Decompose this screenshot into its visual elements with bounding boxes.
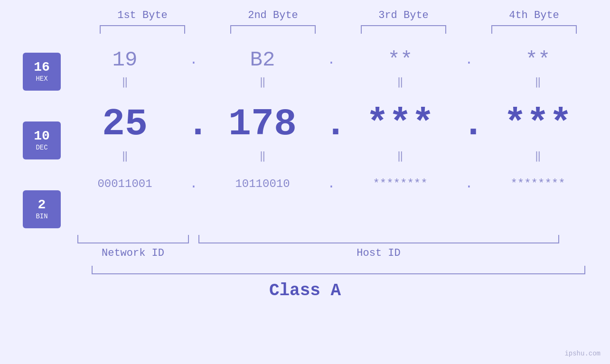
eq-4: ‖ — [490, 75, 585, 88]
byte-label-3: 3rd Byte — [356, 9, 451, 21]
hex-number: 16 — [34, 61, 50, 74]
top-brackets — [77, 25, 600, 34]
bottom-section: Network ID Host ID — [77, 235, 600, 259]
dec-number: 10 — [34, 130, 50, 143]
bin-cell-1: 00011001 — [77, 177, 172, 190]
equals-row-1: ‖ ‖ ‖ ‖ — [70, 75, 592, 88]
base-labels-column: 16 HEX 10 DEC 2 BIN — [23, 53, 61, 228]
bin-cell-3: ******** — [353, 177, 448, 190]
bin-cell-2: 10110010 — [215, 177, 310, 190]
bin-row: 00011001 . 10110010 . ******** . *******… — [70, 177, 592, 191]
byte-headers-row: 1st Byte 2nd Byte 3rd Byte 4th Byte — [77, 9, 600, 21]
dec-val-1: 25 — [102, 103, 148, 146]
eq-1: ‖ — [77, 75, 172, 88]
eq-6: ‖ — [215, 149, 310, 162]
hex-cell-4: ** — [490, 48, 585, 72]
dec-cell-2: 178 — [215, 103, 310, 146]
bin-number: 2 — [38, 198, 46, 212]
values-grid: 19 . B2 . ** . ** ‖ ‖ — [70, 38, 610, 191]
bin-badge: 2 BIN — [23, 190, 61, 228]
network-id-label: Network ID — [77, 247, 189, 259]
id-labels-row: Network ID Host ID — [77, 247, 600, 259]
hex-cell-2: B2 — [215, 48, 310, 72]
outer-bracket-row — [77, 266, 600, 274]
bin-val-3: ******** — [373, 177, 427, 190]
bin-dot-2: . — [324, 177, 338, 191]
bin-dot-3: . — [462, 177, 476, 191]
bracket-top-2 — [230, 25, 316, 34]
bracket-top-4 — [491, 25, 577, 34]
watermark: ipshu.com — [564, 350, 601, 357]
bin-label: BIN — [36, 213, 47, 220]
hex-val-4: ** — [526, 48, 551, 72]
bin-val-4: ******** — [510, 177, 565, 190]
dec-row: 25 . 178 . *** . *** — [70, 103, 592, 146]
dec-badge: 10 DEC — [23, 121, 61, 159]
byte-label-4: 4th Byte — [487, 9, 582, 21]
hex-cell-1: 19 — [77, 48, 172, 72]
bin-val-1: 00011001 — [97, 177, 152, 190]
hex-badge: 16 HEX — [23, 53, 61, 91]
eq-3: ‖ — [353, 75, 448, 88]
hex-val-3: ** — [388, 48, 413, 72]
main-area: 16 HEX 10 DEC 2 BIN 19 . B2 — [0, 38, 610, 228]
eq-7: ‖ — [353, 149, 448, 162]
outer-bracket — [92, 266, 585, 274]
class-label: Class A — [269, 281, 341, 300]
dec-label: DEC — [36, 144, 47, 151]
host-id-label: Host ID — [198, 247, 559, 259]
bottom-bracket-row — [77, 235, 600, 243]
bin-dot-1: . — [187, 177, 201, 191]
equals-row-2: ‖ ‖ ‖ ‖ — [70, 149, 592, 162]
dec-cell-3: *** — [353, 103, 448, 146]
hex-cell-3: ** — [353, 48, 448, 72]
network-bracket — [77, 235, 189, 243]
dec-cell-1: 25 — [77, 103, 172, 146]
dec-dot-2: . — [324, 103, 338, 146]
byte-label-2: 2nd Byte — [225, 9, 320, 21]
eq-5: ‖ — [77, 149, 172, 162]
dec-cell-4: *** — [490, 103, 585, 146]
hex-val-1: 19 — [113, 48, 138, 72]
dec-dot-1: . — [187, 103, 201, 146]
bracket-top-3 — [361, 25, 446, 34]
bracket-top-1 — [100, 25, 185, 34]
bin-cell-4: ******** — [490, 177, 585, 190]
dec-dot-3: . — [462, 103, 476, 146]
dec-val-4: *** — [504, 103, 572, 146]
main-container: 1st Byte 2nd Byte 3rd Byte 4th Byte 16 H… — [0, 0, 610, 364]
hex-val-2: B2 — [250, 48, 275, 72]
hex-row: 19 . B2 . ** . ** — [70, 48, 592, 72]
hex-dot-3: . — [462, 53, 476, 67]
hex-dot-1: . — [187, 53, 201, 67]
dec-val-2: 178 — [228, 103, 297, 146]
dec-val-3: *** — [366, 103, 434, 146]
bin-val-2: 10110010 — [235, 177, 290, 190]
byte-label-1: 1st Byte — [95, 9, 190, 21]
hex-dot-2: . — [324, 53, 338, 67]
host-bracket — [198, 235, 559, 243]
eq-8: ‖ — [490, 149, 585, 162]
hex-label: HEX — [36, 75, 47, 83]
eq-2: ‖ — [215, 75, 310, 88]
